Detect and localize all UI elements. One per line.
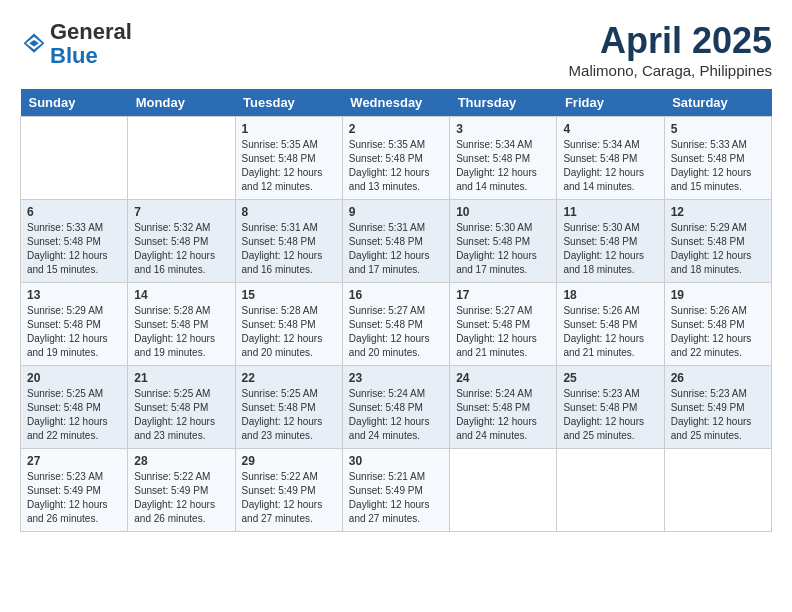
calendar-week-3: 13Sunrise: 5:29 AM Sunset: 5:48 PM Dayli…: [21, 283, 772, 366]
title-block: April 2025 Malimono, Caraga, Philippines: [569, 20, 772, 79]
day-number: 20: [27, 371, 121, 385]
day-details: Sunrise: 5:28 AM Sunset: 5:48 PM Dayligh…: [134, 304, 228, 360]
day-number: 17: [456, 288, 550, 302]
weekday-header-tuesday: Tuesday: [235, 89, 342, 117]
calendar-cell: [21, 117, 128, 200]
calendar-cell: 15Sunrise: 5:28 AM Sunset: 5:48 PM Dayli…: [235, 283, 342, 366]
day-details: Sunrise: 5:23 AM Sunset: 5:49 PM Dayligh…: [27, 470, 121, 526]
calendar-cell: [128, 117, 235, 200]
calendar-cell: 25Sunrise: 5:23 AM Sunset: 5:48 PM Dayli…: [557, 366, 664, 449]
calendar-cell: 12Sunrise: 5:29 AM Sunset: 5:48 PM Dayli…: [664, 200, 771, 283]
day-details: Sunrise: 5:33 AM Sunset: 5:48 PM Dayligh…: [27, 221, 121, 277]
day-details: Sunrise: 5:27 AM Sunset: 5:48 PM Dayligh…: [456, 304, 550, 360]
day-number: 10: [456, 205, 550, 219]
calendar-cell: 20Sunrise: 5:25 AM Sunset: 5:48 PM Dayli…: [21, 366, 128, 449]
calendar-week-4: 20Sunrise: 5:25 AM Sunset: 5:48 PM Dayli…: [21, 366, 772, 449]
calendar-cell: 11Sunrise: 5:30 AM Sunset: 5:48 PM Dayli…: [557, 200, 664, 283]
calendar-cell: 30Sunrise: 5:21 AM Sunset: 5:49 PM Dayli…: [342, 449, 449, 532]
day-number: 1: [242, 122, 336, 136]
weekday-header-thursday: Thursday: [450, 89, 557, 117]
day-details: Sunrise: 5:23 AM Sunset: 5:48 PM Dayligh…: [563, 387, 657, 443]
day-number: 28: [134, 454, 228, 468]
calendar-cell: 17Sunrise: 5:27 AM Sunset: 5:48 PM Dayli…: [450, 283, 557, 366]
day-number: 22: [242, 371, 336, 385]
calendar-cell: [557, 449, 664, 532]
weekday-header-sunday: Sunday: [21, 89, 128, 117]
day-details: Sunrise: 5:35 AM Sunset: 5:48 PM Dayligh…: [349, 138, 443, 194]
calendar-table: SundayMondayTuesdayWednesdayThursdayFrid…: [20, 89, 772, 532]
day-details: Sunrise: 5:23 AM Sunset: 5:49 PM Dayligh…: [671, 387, 765, 443]
calendar-week-1: 1Sunrise: 5:35 AM Sunset: 5:48 PM Daylig…: [21, 117, 772, 200]
calendar-cell: 7Sunrise: 5:32 AM Sunset: 5:48 PM Daylig…: [128, 200, 235, 283]
calendar-week-5: 27Sunrise: 5:23 AM Sunset: 5:49 PM Dayli…: [21, 449, 772, 532]
calendar-cell: 16Sunrise: 5:27 AM Sunset: 5:48 PM Dayli…: [342, 283, 449, 366]
day-details: Sunrise: 5:22 AM Sunset: 5:49 PM Dayligh…: [242, 470, 336, 526]
calendar-cell: 14Sunrise: 5:28 AM Sunset: 5:48 PM Dayli…: [128, 283, 235, 366]
calendar-cell: 3Sunrise: 5:34 AM Sunset: 5:48 PM Daylig…: [450, 117, 557, 200]
day-details: Sunrise: 5:25 AM Sunset: 5:48 PM Dayligh…: [27, 387, 121, 443]
day-details: Sunrise: 5:29 AM Sunset: 5:48 PM Dayligh…: [671, 221, 765, 277]
calendar-cell: 9Sunrise: 5:31 AM Sunset: 5:48 PM Daylig…: [342, 200, 449, 283]
logo-blue: Blue: [50, 44, 132, 68]
day-details: Sunrise: 5:25 AM Sunset: 5:48 PM Dayligh…: [242, 387, 336, 443]
day-details: Sunrise: 5:24 AM Sunset: 5:48 PM Dayligh…: [456, 387, 550, 443]
day-number: 29: [242, 454, 336, 468]
day-number: 14: [134, 288, 228, 302]
logo: General Blue: [20, 20, 132, 68]
day-details: Sunrise: 5:28 AM Sunset: 5:48 PM Dayligh…: [242, 304, 336, 360]
calendar-cell: 2Sunrise: 5:35 AM Sunset: 5:48 PM Daylig…: [342, 117, 449, 200]
calendar-cell: 24Sunrise: 5:24 AM Sunset: 5:48 PM Dayli…: [450, 366, 557, 449]
day-details: Sunrise: 5:25 AM Sunset: 5:48 PM Dayligh…: [134, 387, 228, 443]
day-number: 13: [27, 288, 121, 302]
weekday-header-row: SundayMondayTuesdayWednesdayThursdayFrid…: [21, 89, 772, 117]
day-number: 23: [349, 371, 443, 385]
day-number: 27: [27, 454, 121, 468]
day-details: Sunrise: 5:35 AM Sunset: 5:48 PM Dayligh…: [242, 138, 336, 194]
calendar-cell: [664, 449, 771, 532]
day-details: Sunrise: 5:24 AM Sunset: 5:48 PM Dayligh…: [349, 387, 443, 443]
day-number: 24: [456, 371, 550, 385]
day-details: Sunrise: 5:34 AM Sunset: 5:48 PM Dayligh…: [456, 138, 550, 194]
day-details: Sunrise: 5:30 AM Sunset: 5:48 PM Dayligh…: [563, 221, 657, 277]
day-number: 30: [349, 454, 443, 468]
day-number: 7: [134, 205, 228, 219]
calendar-cell: 8Sunrise: 5:31 AM Sunset: 5:48 PM Daylig…: [235, 200, 342, 283]
calendar-cell: [450, 449, 557, 532]
calendar-cell: 6Sunrise: 5:33 AM Sunset: 5:48 PM Daylig…: [21, 200, 128, 283]
calendar-cell: 22Sunrise: 5:25 AM Sunset: 5:48 PM Dayli…: [235, 366, 342, 449]
calendar-cell: 26Sunrise: 5:23 AM Sunset: 5:49 PM Dayli…: [664, 366, 771, 449]
day-details: Sunrise: 5:22 AM Sunset: 5:49 PM Dayligh…: [134, 470, 228, 526]
day-number: 3: [456, 122, 550, 136]
calendar-cell: 23Sunrise: 5:24 AM Sunset: 5:48 PM Dayli…: [342, 366, 449, 449]
weekday-header-wednesday: Wednesday: [342, 89, 449, 117]
day-details: Sunrise: 5:21 AM Sunset: 5:49 PM Dayligh…: [349, 470, 443, 526]
calendar-cell: 1Sunrise: 5:35 AM Sunset: 5:48 PM Daylig…: [235, 117, 342, 200]
calendar-cell: 28Sunrise: 5:22 AM Sunset: 5:49 PM Dayli…: [128, 449, 235, 532]
day-number: 26: [671, 371, 765, 385]
day-details: Sunrise: 5:32 AM Sunset: 5:48 PM Dayligh…: [134, 221, 228, 277]
day-details: Sunrise: 5:30 AM Sunset: 5:48 PM Dayligh…: [456, 221, 550, 277]
weekday-header-monday: Monday: [128, 89, 235, 117]
day-number: 12: [671, 205, 765, 219]
day-details: Sunrise: 5:31 AM Sunset: 5:48 PM Dayligh…: [349, 221, 443, 277]
day-number: 18: [563, 288, 657, 302]
calendar-cell: 4Sunrise: 5:34 AM Sunset: 5:48 PM Daylig…: [557, 117, 664, 200]
calendar-cell: 19Sunrise: 5:26 AM Sunset: 5:48 PM Dayli…: [664, 283, 771, 366]
calendar-cell: 10Sunrise: 5:30 AM Sunset: 5:48 PM Dayli…: [450, 200, 557, 283]
calendar-cell: 29Sunrise: 5:22 AM Sunset: 5:49 PM Dayli…: [235, 449, 342, 532]
day-number: 19: [671, 288, 765, 302]
calendar-cell: 27Sunrise: 5:23 AM Sunset: 5:49 PM Dayli…: [21, 449, 128, 532]
day-number: 25: [563, 371, 657, 385]
logo-general: General: [50, 20, 132, 44]
day-details: Sunrise: 5:27 AM Sunset: 5:48 PM Dayligh…: [349, 304, 443, 360]
calendar-subtitle: Malimono, Caraga, Philippines: [569, 62, 772, 79]
day-number: 2: [349, 122, 443, 136]
calendar-week-2: 6Sunrise: 5:33 AM Sunset: 5:48 PM Daylig…: [21, 200, 772, 283]
logo-icon: [22, 32, 46, 56]
day-number: 8: [242, 205, 336, 219]
day-number: 15: [242, 288, 336, 302]
weekday-header-saturday: Saturday: [664, 89, 771, 117]
day-number: 9: [349, 205, 443, 219]
calendar-cell: 13Sunrise: 5:29 AM Sunset: 5:48 PM Dayli…: [21, 283, 128, 366]
day-number: 6: [27, 205, 121, 219]
